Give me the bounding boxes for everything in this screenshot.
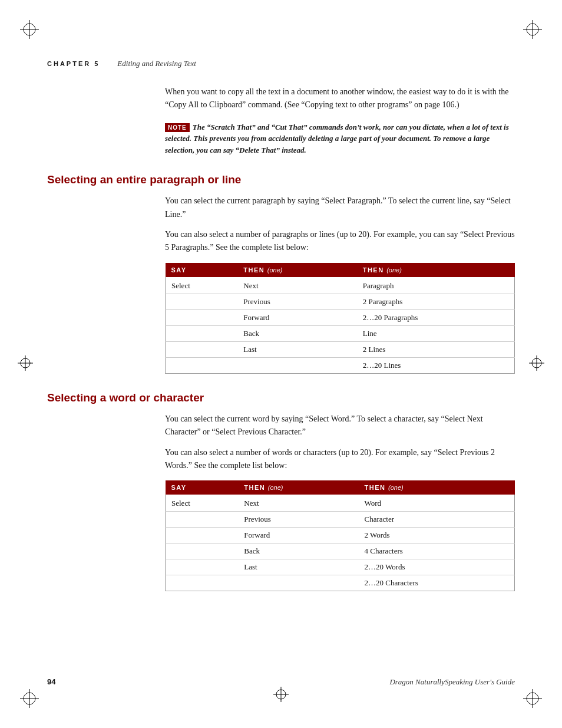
section1-table: SAY THEN (one) THEN (one) Select Next Pa… — [165, 263, 515, 374]
table-cell: Next — [238, 495, 358, 512]
section1-heading: Selecting an entire paragraph or line — [47, 173, 515, 186]
table-cell — [166, 512, 239, 528]
table-cell: 2…20 Lines — [357, 357, 515, 373]
corner-mark-tr — [521, 18, 544, 41]
section2-heading: Selecting a word or character — [47, 391, 515, 404]
section2-heading-container: Selecting a word or character — [47, 391, 515, 404]
table-cell: Select — [166, 277, 238, 294]
bottom-center-mark — [272, 686, 290, 706]
section2-para1: You can select the current word by sayin… — [165, 413, 515, 439]
table-cell: Forward — [237, 309, 356, 325]
page-number: 94 — [47, 677, 55, 686]
table-cell: Last — [238, 559, 358, 575]
table-cell — [238, 575, 358, 591]
table-row: Last 2…20 Words — [166, 559, 515, 575]
table-cell — [166, 575, 239, 591]
intro-paragraph: When you want to copy all the text in a … — [165, 85, 515, 112]
table-cell: Back — [237, 325, 356, 341]
table2-col3-header: THEN (one) — [359, 480, 515, 495]
corner-mark-br — [521, 687, 544, 710]
table-cell — [166, 559, 239, 575]
chapter-label: CHAPTER 5 — [47, 60, 100, 67]
section1-para2: You can also select a number of paragrap… — [165, 228, 515, 255]
section1-para1: You can select the current paragraph by … — [165, 195, 515, 221]
page-header: CHAPTER 5 Editing and Revising Text — [47, 59, 515, 68]
table-cell: 2…20 Characters — [359, 575, 515, 591]
table-row: Back 4 Characters — [166, 543, 515, 559]
table-row: Select Next Paragraph — [166, 277, 515, 294]
table-cell: 4 Characters — [359, 543, 515, 559]
table-cell: Select — [166, 495, 239, 512]
table-row: Forward 2 Words — [166, 528, 515, 543]
table-cell: Back — [238, 543, 358, 559]
note-text: The “Scratch That” and “Cut That” comman… — [165, 123, 509, 154]
table-cell: Next — [237, 277, 356, 294]
table-cell — [166, 543, 239, 559]
table-cell: Previous — [238, 512, 358, 528]
page: CHAPTER 5 Editing and Revising Text When… — [0, 0, 562, 728]
table-cell: Word — [359, 495, 515, 512]
table-cell — [166, 309, 238, 325]
table2-col2-header: THEN (one) — [238, 480, 358, 495]
table-cell: 2…20 Words — [359, 559, 515, 575]
table-cell: Previous — [237, 294, 356, 309]
page-footer: 94 Dragon NaturallySpeaking User's Guide — [47, 677, 515, 687]
side-mark-left — [16, 354, 34, 374]
table-cell: 2 Paragraphs — [357, 294, 515, 309]
table-cell — [166, 528, 239, 543]
main-content: When you want to copy all the text in a … — [47, 85, 515, 603]
table-row: Last 2 Lines — [166, 341, 515, 357]
footer-book-title: Dragon NaturallySpeaking User's Guide — [389, 677, 515, 687]
table-cell — [166, 325, 238, 341]
table-row: Forward 2…20 Paragraphs — [166, 309, 515, 325]
table1-col2-header: THEN (one) — [237, 263, 356, 277]
side-mark-right — [528, 354, 546, 374]
table-cell: Line — [357, 325, 515, 341]
table1-col1-header: SAY — [166, 263, 238, 277]
intro-block: When you want to copy all the text in a … — [165, 85, 515, 156]
corner-mark-tl — [18, 18, 41, 41]
table-row: Previous Character — [166, 512, 515, 528]
corner-mark-bl — [18, 687, 41, 710]
table-cell — [237, 357, 356, 373]
table-cell: Character — [359, 512, 515, 528]
section2-body: You can select the current word by sayin… — [165, 413, 515, 592]
table-row: Back Line — [166, 325, 515, 341]
table-cell — [166, 341, 238, 357]
table1-col3-header: THEN (one) — [357, 263, 515, 277]
table-cell: 2…20 Paragraphs — [357, 309, 515, 325]
note-box: NOTEThe “Scratch That” and “Cut That” co… — [165, 121, 515, 156]
table-row: Select Next Word — [166, 495, 515, 512]
table-cell: Paragraph — [357, 277, 515, 294]
table-cell: 2 Words — [359, 528, 515, 543]
table2-col1-header: SAY — [166, 480, 239, 495]
section2-para2: You can also select a number of words or… — [165, 446, 515, 473]
section2-table: SAY THEN (one) THEN (one) Select Next Wo… — [165, 480, 515, 591]
section1-body: You can select the current paragraph by … — [165, 195, 515, 374]
table-cell: Forward — [238, 528, 358, 543]
table-row: Previous 2 Paragraphs — [166, 294, 515, 309]
table-cell — [166, 294, 238, 309]
chapter-subtitle: Editing and Revising Text — [117, 59, 196, 68]
note-label: NOTE — [165, 123, 190, 132]
table-row: 2…20 Characters — [166, 575, 515, 591]
table-cell — [166, 357, 238, 373]
section1-heading-container: Selecting an entire paragraph or line — [47, 173, 515, 186]
table-cell: Last — [237, 341, 356, 357]
table-cell: 2 Lines — [357, 341, 515, 357]
table-row: 2…20 Lines — [166, 357, 515, 373]
